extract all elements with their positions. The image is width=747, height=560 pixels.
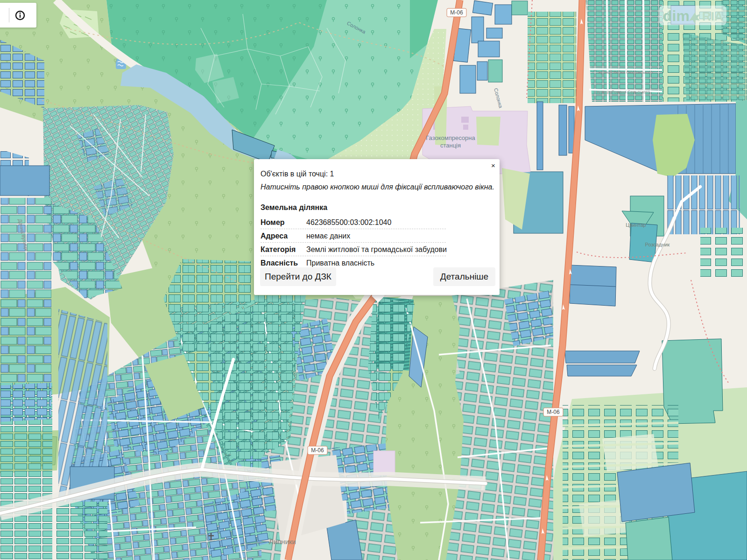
svg-text:вулиця Якова Гніздовського: вулиця Якова Гніздовського (599, 70, 653, 75)
svg-text:Липники: Липники (269, 538, 296, 546)
svg-text:RIA: RIA (702, 9, 723, 23)
svg-text:Розсадник: Розсадник (645, 242, 670, 247)
svg-text:dim: dim (663, 7, 690, 24)
svg-text:вулиця Романа Сельського: вулиця Романа Сельського (597, 90, 649, 94)
svg-text:М-06: М-06 (311, 447, 324, 454)
svg-text:станція: станція (440, 142, 461, 149)
svg-text:Цвинтар: Цвинтар (626, 222, 646, 228)
svg-text:М-06: М-06 (450, 9, 463, 16)
svg-text:М-06: М-06 (547, 409, 560, 415)
svg-text:Газокомпресорна: Газокомпресорна (426, 134, 475, 141)
